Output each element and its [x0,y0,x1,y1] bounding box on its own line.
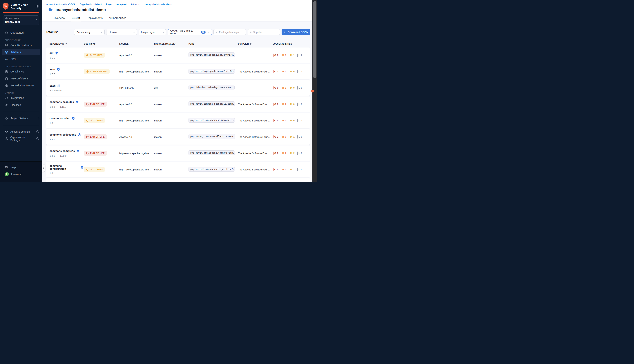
table-row[interactable]: commons-compress 1.4.1→1.28.0 END OF LIF… [46,146,310,161]
supplier-search-input[interactable] [253,31,278,34]
sidebar-item-label: Rule Definitions [11,77,29,80]
table-row[interactable]: commons-fileupload → END OF LIFE [46,178,310,182]
tab-overview[interactable]: Overview [54,14,65,21]
package-manager-search-input[interactable] [219,31,244,34]
severity-count-l: L0 [297,152,302,155]
home-icon [5,31,8,34]
oss-risk-badge: END OF LIFE [84,102,107,107]
oss-risk-none: - [84,86,85,89]
sidebar-item-remediation-tracker[interactable]: Remediation Tracker [0,82,42,88]
vulnerability-counts: C2H0M1L0 [273,135,310,138]
severity-count-c: C0 [273,119,278,122]
tab-deployments[interactable]: Deployments [87,14,103,21]
tab-sbom[interactable]: SBOM [72,14,80,21]
table-row[interactable]: commons-collections 3.2.1→ END OF LIFE [46,129,310,144]
page-scrollbar-thumb[interactable] [313,1,316,78]
vulnerability-counts: C0H2M2L0 [273,152,310,155]
column-header-vulnerabilities[interactable]: VULNERABILITIES [273,43,310,45]
search-icon [250,31,252,34]
purl-chip[interactable]: pkg:maven/org.apache.commons/com… [189,150,235,155]
severity-count-m: M1 [289,54,295,57]
breadcrumb-artifacts-link[interactable]: Artifacts [131,3,140,6]
breadcrumb-artifact-link[interactable]: pranaycshah/todolist-demo [144,3,172,6]
package-manager-value: maven [154,119,189,122]
project-selector[interactable]: PROJECT pranay-test [3,16,39,25]
sidebar-item-project-settings[interactable]: Project Settings [0,115,42,122]
user-name: Lavakush [11,173,22,176]
column-header-license[interactable]: LICENSE [119,43,154,45]
breadcrumb-account-link[interactable]: Account: Automation-SSCA [46,3,76,6]
sidebar-item-label: Help [11,166,16,169]
sidebar: Supply Chain Security PROJECT pranay-tes… [0,0,42,182]
severity-count-h: H0 [281,135,286,138]
dependency-name: ant [50,52,54,54]
table-row[interactable]: commons-configuration 1.6→ OUTDATED [46,162,310,177]
breadcrumb-project-link[interactable]: Project: pranay-test [106,3,127,6]
sidebar-item-compliance[interactable]: Compliance [0,68,42,75]
table-row[interactable]: commons-beanutils 1.8.3→1.11.0 END OF LI… [46,96,310,112]
breadcrumb-organization-link[interactable]: Organization: default [80,3,102,6]
oss-risk-badge: CLOSE TO EOL [84,69,110,74]
svg-text:?: ? [6,166,7,168]
package-manager-value: maven [154,54,189,57]
table-row[interactable]: bash 5.1-6ubuntu1→ - GPL-3.0-only deb pk… [46,80,310,96]
severity-count-m: M0 [289,119,295,122]
table-row[interactable]: commons-codec 1.6→ OUTDATED http- [46,113,310,128]
column-header-purl[interactable]: PURL [189,43,238,45]
sidebar-item-organization-settings[interactable]: Organization Settings i [0,136,42,142]
dependency-version: 1.6→ [50,122,84,124]
sidebar-item-integrations[interactable]: Integrations [0,95,42,101]
module-switcher-grid-icon[interactable] [36,5,40,8]
help-chat-icon: ? [5,166,8,169]
column-header-dependency[interactable]: DEPENDENCY [50,43,84,45]
sidebar-item-get-started[interactable]: Get Started [0,30,42,36]
license-filter-dropdown[interactable]: License [106,29,137,35]
sidebar-item-account-settings[interactable]: Account Settings i [0,128,42,135]
dependency-version: 1.6→ [50,172,84,175]
purl-chip[interactable]: pkg:maven/commons-configuration/… [189,167,235,172]
dependency-name: commons-compress [50,150,75,152]
sidebar-item-rule-definitions[interactable]: Rule Definitions [0,76,42,82]
search-icon [216,31,218,34]
oss-risk-cell: CLOSE TO EOL [84,69,119,74]
download-button-label: Download SBOM [288,31,309,34]
infinity-icon: ∞ [5,58,8,60]
license-value: http---www.apache.org-lice… [119,119,154,122]
sidebar-item-help[interactable]: ? Help [0,164,42,170]
brand-accent-rule [3,12,39,13]
info-icon[interactable]: i [36,130,39,133]
dependency-name: commons-collections [50,133,76,136]
image-layer-filter-dropdown[interactable]: Image Layer [139,29,166,35]
sidebar-item-label: Organization Settings [10,136,34,142]
sidebar-item-artifacts[interactable]: Artifacts [2,49,40,55]
table-row[interactable]: ant 1.6.5→ OUTDATED Apache-2.0 [46,48,310,63]
dependency-name: bash [50,84,56,87]
download-sbom-button[interactable]: Download SBOM [282,29,310,35]
oss-risk-badge: OUTDATED [84,53,105,58]
sidebar-item-label: Get Started [11,31,24,34]
purl-chip[interactable]: pkg:maven/commons-codec/commons-… [189,118,235,122]
info-icon[interactable]: i [36,138,39,140]
breadcrumb: Account: Automation-SSCA Organization: d… [42,0,312,6]
purl-chip[interactable]: pkg:maven/org.apache.avro/avro@1… [189,69,235,74]
sidebar-item-pipelines[interactable]: Pipelines [0,102,42,108]
purl-chip[interactable]: pkg:maven/org.apache.ant/ant@1.6… [189,52,235,57]
purl-chip[interactable]: pkg:maven/commons-beanutils/comm… [189,102,235,106]
column-header-supplier[interactable]: SUPPLIER [238,43,273,45]
tab-vulnerabilities[interactable]: Vulnerabilities [109,14,126,21]
column-header-package-manager[interactable]: PACKAGE MANAGER [154,43,189,45]
sidebar-item-cicd[interactable]: ∞ CI/CD [0,56,42,62]
owasp-risks-filter-dropdown[interactable]: OWASP OSS Top 10 Risks 02 [168,29,212,35]
chevron-right-icon [38,118,39,119]
column-header-oss-risks[interactable]: OSS RISKS [84,43,119,45]
clipboard-check-icon [5,77,8,80]
user-menu[interactable]: L Lavakush [0,171,42,178]
oss-risk-cell: OUTDATED [84,118,119,123]
table-row[interactable]: avro 1.7.7→ CLOSE TO EOL http---w [46,64,310,79]
purl-chip[interactable]: pkg:deb/ubuntu/bash@5.1-6ubuntu1 [189,85,235,90]
sidebar-item-code-repositories[interactable]: </> Code Repositories [0,42,42,48]
sidebar-collapse-handle[interactable] [42,164,45,172]
slash-circle-icon [86,103,89,106]
dependency-filter-dropdown[interactable]: Dependency [74,29,105,35]
purl-chip[interactable]: pkg:maven/commons-collections/co… [189,134,235,139]
